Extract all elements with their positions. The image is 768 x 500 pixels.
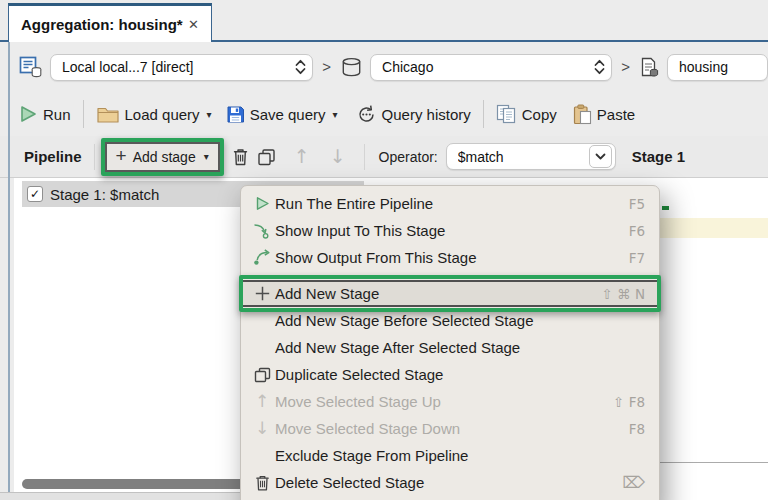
server-select-value: Local local...7 [direct]	[62, 59, 295, 75]
load-query-button[interactable]: Load query ▾	[96, 104, 212, 124]
run-label: Run	[43, 106, 71, 123]
delete-stage-button[interactable]	[232, 147, 249, 167]
add-stage-annotation-wrap: + Add stage ▾	[105, 142, 220, 172]
paste-icon	[573, 104, 592, 125]
menu-item-duplicate-stage[interactable]: Duplicate Selected Stage	[241, 361, 659, 388]
operator-select[interactable]: $match	[446, 143, 616, 170]
menu-item-add-stage-before[interactable]: Add New Stage Before Selected Stage	[241, 307, 659, 334]
left-splitter-line	[8, 42, 10, 500]
pipeline-title: Pipeline	[24, 148, 82, 165]
menu-separator	[241, 271, 659, 280]
query-history-label: Query history	[382, 106, 471, 123]
move-stage-up-button[interactable]: ↑	[294, 147, 310, 166]
plus-icon: +	[116, 146, 127, 165]
close-icon[interactable]: ✕	[184, 17, 211, 32]
plus-icon	[249, 286, 275, 301]
stage-enabled-checkbox[interactable]: ✓	[27, 186, 43, 202]
menu-separator	[241, 496, 659, 500]
save-query-label: Save query	[250, 106, 326, 123]
menu-item-add-new-stage[interactable]: Add New Stage ⇧ ⌘ N	[241, 280, 659, 307]
breadcrumb-chevron: >	[621, 58, 630, 77]
caret-down-icon: ▾	[205, 109, 212, 120]
menu-item-move-stage-down[interactable]: ↓ Move Selected Stage Down F8	[241, 415, 659, 442]
stage-list-item-label: Stage 1: $match	[50, 186, 159, 203]
caret-down-icon: ▾	[331, 109, 338, 120]
play-icon	[18, 104, 38, 124]
duplicate-icon	[249, 367, 275, 383]
load-query-label: Load query	[125, 106, 200, 123]
toolbar-separator	[83, 100, 84, 128]
database-select-value: Chicago	[382, 59, 594, 75]
folder-icon	[96, 104, 120, 124]
history-icon	[356, 104, 377, 125]
tab-bar: Aggregation: housing* ✕	[0, 0, 768, 42]
stage-panel-title: Stage 1	[632, 148, 685, 165]
menu-item-show-output[interactable]: Show Output From This Stage F7	[241, 244, 659, 271]
query-history-button[interactable]: Query history	[356, 104, 471, 125]
menu-item-exclude-stage[interactable]: Exclude Stage From Pipeline	[241, 442, 659, 469]
database-select[interactable]: Chicago	[370, 54, 612, 81]
stage-context-menu: Run The Entire Pipeline F5 Show Input To…	[240, 185, 660, 500]
server-select[interactable]: Local local...7 [direct]	[50, 54, 313, 81]
aggregation-screen: { "glyphs": { "caret": "▾", "breadcrumb_…	[0, 0, 768, 500]
copy-label: Copy	[522, 106, 557, 123]
save-icon	[226, 105, 245, 124]
tab-title: Aggregation: housing*	[9, 16, 184, 33]
collection-icon	[639, 57, 660, 78]
pipeline-header: Pipeline + Add stage ▾ ↑ ↓ Operator: $ma…	[0, 136, 768, 178]
menu-item-move-stage-up[interactable]: ↑ Move Selected Stage Up ⇧ F8	[241, 388, 659, 415]
toolbar-separator	[483, 100, 484, 128]
menu-item-show-input[interactable]: Show Input To This Stage F6	[241, 217, 659, 244]
stage-output-icon	[249, 249, 275, 266]
play-icon	[249, 196, 275, 211]
updown-chevron-icon	[594, 59, 605, 75]
paste-label: Paste	[597, 106, 635, 123]
breadcrumb-chevron: >	[322, 58, 331, 77]
connection-bar: Local local...7 [direct] > Chicago > hou…	[0, 42, 768, 92]
duplicate-stage-button[interactable]	[257, 148, 276, 166]
editor-green-marker	[662, 206, 669, 210]
up-arrow-icon: ↑	[249, 393, 275, 410]
operator-label: Operator:	[379, 149, 438, 165]
separator	[94, 144, 95, 170]
tab-aggregation[interactable]: Aggregation: housing* ✕	[8, 3, 212, 42]
add-stage-button[interactable]: + Add stage ▾	[105, 142, 220, 172]
add-stage-label: Add stage	[133, 149, 196, 165]
run-button[interactable]: Run	[18, 104, 71, 124]
collection-select[interactable]: housing	[667, 54, 768, 81]
trash-icon	[249, 474, 275, 492]
down-arrow-icon: ↓	[249, 420, 275, 437]
separator	[364, 144, 365, 170]
stage-input-icon	[249, 222, 275, 239]
menu-item-run-entire-pipeline[interactable]: Run The Entire Pipeline F5	[241, 190, 659, 217]
paste-button[interactable]: Paste	[573, 104, 635, 125]
operator-select-value: $match	[458, 149, 585, 165]
chevron-down-icon	[589, 145, 612, 168]
menu-item-delete-stage[interactable]: Delete Selected Stage ⌦	[241, 469, 659, 496]
save-query-button[interactable]: Save query ▾	[226, 105, 338, 124]
menu-item-add-stage-after[interactable]: Add New Stage After Selected Stage	[241, 334, 659, 361]
collection-select-value: housing	[679, 59, 761, 75]
copy-icon	[496, 104, 517, 124]
updown-chevron-icon	[295, 59, 306, 75]
connection-icon	[18, 55, 44, 79]
caret-down-icon: ▾	[202, 151, 209, 162]
database-icon	[340, 57, 363, 78]
check-icon: ✓	[30, 188, 40, 200]
copy-button[interactable]: Copy	[496, 104, 557, 124]
query-toolbar: Run Load query ▾ Save query ▾	[0, 92, 768, 136]
move-stage-down-button[interactable]: ↓	[330, 147, 346, 166]
